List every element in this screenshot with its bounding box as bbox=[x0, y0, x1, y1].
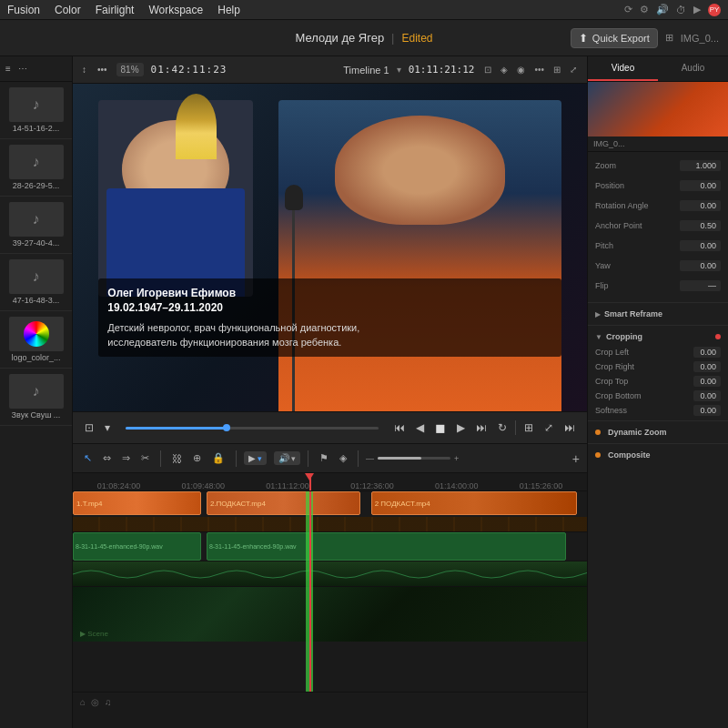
clip-icon[interactable]: ⊞ bbox=[521, 419, 536, 437]
more-settings-icon[interactable]: ••• bbox=[531, 63, 547, 76]
rotation-row: Rotation Angle 0.00 bbox=[595, 196, 721, 216]
step-forward-icon[interactable]: ▶ bbox=[454, 419, 468, 437]
go-to-end-icon[interactable]: ⏭ bbox=[473, 419, 490, 437]
crop-bottom-row: Crop Bottom 0.00 bbox=[588, 389, 728, 403]
slider-track bbox=[378, 457, 450, 460]
monitor-icon[interactable]: ⊡ bbox=[481, 63, 494, 76]
zoom-prop-value[interactable]: 1.000 bbox=[680, 160, 721, 171]
step-back-icon[interactable]: ◀ bbox=[413, 419, 427, 437]
play-stop-icon[interactable]: ◼ bbox=[432, 418, 449, 438]
frame-layout-icon[interactable]: ⊡ bbox=[82, 419, 96, 437]
expand-icon[interactable]: ⤢ bbox=[567, 63, 580, 76]
progress-bar[interactable] bbox=[126, 427, 379, 430]
home-icon[interactable]: ⌂ bbox=[80, 697, 86, 707]
inspector-icon[interactable]: ⊞ bbox=[665, 32, 673, 44]
dynamic-zoom-header[interactable]: Dynamic Zoom bbox=[588, 424, 728, 440]
chevron-down-small-icon[interactable]: ▾ bbox=[102, 419, 113, 437]
menu-help[interactable]: Help bbox=[217, 4, 240, 16]
rotation-prop-value[interactable]: 0.00 bbox=[680, 200, 721, 211]
insert-mode-dropdown[interactable]: ▶ ▾ bbox=[244, 451, 267, 465]
pitch-prop-value[interactable]: 0.00 bbox=[680, 240, 721, 251]
quick-export-button[interactable]: ⬆ Quick Export bbox=[571, 28, 658, 48]
tab-video[interactable]: Video bbox=[588, 56, 658, 81]
color-grade-icon[interactable]: ◎ bbox=[91, 697, 99, 707]
bin-item-0[interactable]: ♪ 14-51-16-2... bbox=[0, 82, 72, 139]
yaw-prop-value[interactable]: 0.00 bbox=[680, 260, 721, 271]
audio-clip-1[interactable]: 8-31-11-45-enhanced-90p.wav bbox=[207, 532, 567, 561]
audio-clip-0[interactable]: 8-31-11-45-enhanced-90p.wav bbox=[73, 532, 201, 561]
transform-icon[interactable]: ↕ bbox=[80, 63, 88, 76]
loop-icon[interactable]: ↻ bbox=[495, 419, 510, 437]
color-icon[interactable]: ◉ bbox=[514, 63, 528, 76]
link-icon[interactable]: ⛓ bbox=[168, 450, 186, 467]
crop-top-value[interactable]: 0.00 bbox=[693, 376, 721, 387]
go-to-start-icon[interactable]: ⏮ bbox=[391, 419, 408, 437]
edited-badge: Edited bbox=[402, 32, 433, 45]
bin-item-1[interactable]: ♪ 28-26-29-5... bbox=[0, 139, 72, 197]
cropping-header[interactable]: ▼ Cropping bbox=[588, 329, 728, 345]
anchor-prop-value[interactable]: 0.50 bbox=[680, 220, 721, 231]
timeline-label: Timeline 1 bbox=[343, 65, 389, 76]
bin-item-3[interactable]: ♪ 47-16-48-3... bbox=[0, 254, 72, 311]
settings-icon[interactable]: ◈ bbox=[498, 63, 511, 76]
skip-end-icon[interactable]: ⏭ bbox=[561, 419, 578, 437]
scene-preview-strip: ▶ Scene bbox=[73, 587, 587, 642]
flip-prop-value[interactable]: — bbox=[680, 280, 721, 291]
audio-mode-dropdown[interactable]: 🔊 ▾ bbox=[274, 451, 300, 465]
layout-icon[interactable]: ⊞ bbox=[551, 63, 563, 76]
smart-reframe-header[interactable]: ▶ Smart Reframe bbox=[588, 306, 728, 322]
zoom-level[interactable]: 81% bbox=[116, 63, 144, 76]
crop-top-label: Crop Top bbox=[595, 377, 628, 386]
softness-value[interactable]: 0.00 bbox=[693, 405, 721, 416]
audio-label: 🔊 bbox=[278, 453, 289, 463]
menu-fairlight[interactable]: Fairlight bbox=[96, 4, 135, 16]
video-clip-2[interactable]: 2 ПОДКАСТ.mp4 bbox=[371, 491, 577, 515]
zoom-row: Zoom 1.000 bbox=[595, 156, 721, 176]
position-prop-value[interactable]: 0.00 bbox=[680, 180, 721, 191]
crop-right-label: Crop Right bbox=[595, 362, 634, 371]
select-tool[interactable]: ↖ bbox=[80, 450, 96, 467]
audio-chevron-icon: ▾ bbox=[291, 454, 296, 463]
bin-thumb-1: ♪ bbox=[9, 145, 64, 179]
chevron-down-icon[interactable]: ▾ bbox=[397, 65, 401, 75]
smart-reframe-title: Smart Reframe bbox=[604, 309, 662, 318]
crop-left-row: Crop Left 0.00 bbox=[588, 345, 728, 359]
composite-header[interactable]: Composite bbox=[588, 447, 728, 463]
more-icon[interactable]: ••• bbox=[96, 63, 109, 76]
marker-icon[interactable]: ◈ bbox=[336, 450, 350, 467]
bin-item-2[interactable]: ♪ 39-27-40-4... bbox=[0, 197, 72, 254]
menu-color[interactable]: Color bbox=[55, 4, 81, 16]
razor-tool[interactable]: ✂ bbox=[137, 450, 153, 467]
flag-icon[interactable]: ⚑ bbox=[316, 450, 332, 467]
expand-arrow-smart: ▶ bbox=[595, 310, 601, 318]
crop-bottom-value[interactable]: 0.00 bbox=[693, 390, 721, 401]
video-frame: Олег Игоревич Ефимов19.02.1947–29.11.202… bbox=[73, 84, 587, 411]
trim-tool[interactable]: ⇔ bbox=[99, 450, 115, 467]
list-view-icon[interactable]: ≡ bbox=[4, 62, 13, 76]
audio-icon[interactable]: ♫ bbox=[105, 697, 112, 707]
rotation-prop-label: Rotation Angle bbox=[595, 201, 649, 210]
crop-right-value[interactable]: 0.00 bbox=[693, 361, 721, 372]
menu-workspace[interactable]: Workspace bbox=[148, 4, 203, 16]
bin-thumb-2: ♪ bbox=[9, 202, 64, 237]
video-clip-0[interactable]: 1.T.mp4 bbox=[73, 491, 201, 515]
video-clip-1[interactable]: 2.ПОДКАСТ.mp4 bbox=[207, 491, 361, 515]
center-panel: ↕ ••• 81% 01:42:11:23 Timeline 1 ▾ 01:11… bbox=[73, 56, 587, 728]
bin-label-1: 28-26-29-5... bbox=[8, 181, 65, 190]
magnet-icon[interactable]: ⊕ bbox=[189, 450, 205, 467]
timecode-left: 01:42:11:23 bbox=[151, 64, 228, 76]
lock-icon[interactable]: 🔒 bbox=[208, 450, 228, 467]
dynamic-trim-tool[interactable]: ⇒ bbox=[118, 450, 134, 467]
clip-label-0: 1.T.mp4 bbox=[74, 500, 105, 508]
menu-fusion[interactable]: Fusion bbox=[7, 4, 40, 16]
zoom-slider[interactable]: — + bbox=[366, 454, 569, 463]
fullscreen-icon[interactable]: ⤢ bbox=[541, 419, 556, 437]
tab-audio[interactable]: Audio bbox=[658, 56, 728, 81]
bin-item-4[interactable]: logo_color_... bbox=[0, 311, 72, 369]
inspector-properties: Zoom 1.000 Position 0.00 Rotation Angle … bbox=[588, 152, 728, 299]
add-track-icon[interactable]: + bbox=[572, 451, 580, 466]
grid-view-icon[interactable]: ⋯ bbox=[16, 62, 29, 76]
crop-left-value[interactable]: 0.00 bbox=[693, 347, 721, 358]
bin-item-5[interactable]: ♪ Звук Свуш ... bbox=[0, 369, 72, 426]
clip-label-2: 2 ПОДКАСТ.mp4 bbox=[372, 500, 433, 508]
